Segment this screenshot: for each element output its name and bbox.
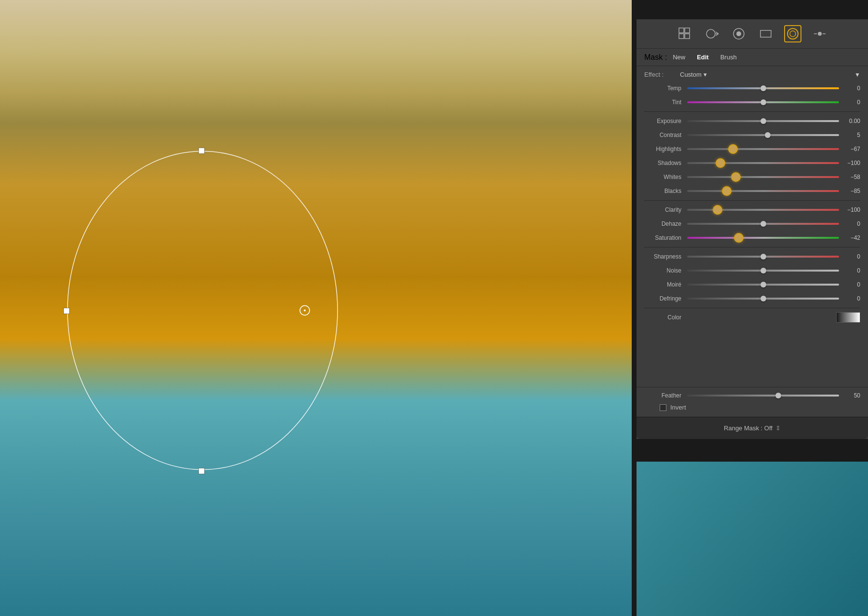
- tint-thumb[interactable]: [760, 99, 766, 105]
- noise-thumb[interactable]: [760, 268, 766, 274]
- defringe-thumb[interactable]: [760, 296, 766, 301]
- highlights-label: Highlights: [644, 146, 685, 152]
- invert-checkbox[interactable]: [660, 404, 666, 411]
- new-button[interactable]: New: [667, 53, 691, 62]
- svg-rect-2: [199, 468, 204, 474]
- whites-value: −58: [841, 174, 860, 180]
- contrast-track[interactable]: [687, 134, 839, 136]
- noise-slider-row: Noise 0: [644, 265, 860, 276]
- feather-label: Feather: [644, 392, 685, 399]
- exposure-slider-row: Exposure 0.00: [644, 116, 860, 126]
- saturation-label: Saturation: [644, 234, 685, 241]
- noise-label: Noise: [644, 267, 685, 274]
- sharpness-slider-row: Sharpness 0: [644, 251, 860, 262]
- invert-label: Invert: [670, 404, 686, 411]
- photo-area: [0, 0, 632, 616]
- brush-tool-icon[interactable]: [811, 25, 828, 42]
- feather-row: Feather 50: [644, 392, 860, 399]
- rect-tool-icon[interactable]: [757, 25, 774, 42]
- temp-value: 0: [841, 85, 860, 92]
- temp-slider-row: Temp 0: [644, 83, 860, 94]
- svg-point-10: [706, 29, 715, 38]
- highlights-track[interactable]: [687, 148, 839, 150]
- circle-arrow-tool-icon[interactable]: [703, 25, 720, 42]
- saturation-thumb[interactable]: [734, 233, 744, 243]
- effect-dropdown-arrow: ▾: [704, 71, 707, 78]
- highlights-track-bg: [687, 148, 839, 150]
- oval-gradient-tool-icon[interactable]: [784, 25, 801, 42]
- contrast-slider-row: Contrast 5: [644, 130, 860, 140]
- whites-thumb[interactable]: [731, 172, 741, 182]
- radial-ellipse-overlay: [0, 0, 632, 616]
- svg-point-13: [736, 31, 741, 36]
- defringe-value: 0: [841, 295, 860, 302]
- contrast-thumb[interactable]: [765, 132, 771, 138]
- saturation-track[interactable]: [687, 237, 839, 239]
- tint-track[interactable]: [687, 101, 839, 103]
- sharpness-value: 0: [841, 253, 860, 260]
- blacks-track[interactable]: [687, 190, 839, 192]
- dehaze-track[interactable]: [687, 223, 839, 225]
- sharpness-label: Sharpness: [644, 253, 685, 260]
- range-mask-arrow: ⇕: [775, 424, 781, 432]
- mask-header: Mask : New Edit Brush: [637, 49, 868, 66]
- shadows-track[interactable]: [687, 162, 839, 164]
- shadows-thumb[interactable]: [716, 158, 725, 168]
- shadows-track-bg: [687, 162, 839, 164]
- svg-rect-7: [685, 28, 690, 33]
- feather-track[interactable]: [687, 395, 839, 397]
- saturation-track-bg: [687, 237, 839, 239]
- color-label: Color: [644, 314, 685, 321]
- noise-track[interactable]: [687, 270, 839, 272]
- defringe-slider-row: Defringe 0: [644, 293, 860, 304]
- contrast-label: Contrast: [644, 132, 685, 138]
- svg-point-15: [787, 28, 798, 39]
- feather-track-bg: [687, 395, 839, 397]
- tint-label: Tint: [644, 99, 685, 106]
- shadows-label: Shadows: [644, 160, 685, 166]
- exposure-track[interactable]: [687, 120, 839, 122]
- sharpness-thumb[interactable]: [760, 254, 766, 260]
- moire-label: Moiré: [644, 281, 685, 288]
- moire-thumb[interactable]: [760, 282, 766, 287]
- divider-2: [644, 200, 860, 201]
- grid-tool-icon[interactable]: [676, 25, 693, 42]
- photo-canvas: [0, 0, 632, 616]
- whites-track[interactable]: [687, 176, 839, 178]
- noise-value: 0: [841, 267, 860, 274]
- defringe-track[interactable]: [687, 298, 839, 300]
- temp-thumb[interactable]: [760, 85, 766, 91]
- whites-label: Whites: [644, 174, 685, 180]
- radial-gradient-tool-icon[interactable]: [730, 25, 747, 42]
- brush-button[interactable]: Brush: [715, 53, 743, 62]
- shadows-slider-row: Shadows −100: [644, 158, 860, 168]
- svg-rect-6: [679, 28, 684, 33]
- dehaze-value: 0: [841, 220, 860, 227]
- range-mask-bar[interactable]: Range Mask : Off ⇕: [637, 417, 868, 439]
- color-swatch[interactable]: [836, 312, 860, 323]
- moire-value: 0: [841, 281, 860, 288]
- tint-value: 0: [841, 99, 860, 106]
- effect-dropdown[interactable]: Custom ▾: [680, 71, 707, 78]
- clarity-thumb[interactable]: [713, 205, 722, 215]
- blacks-thumb[interactable]: [722, 186, 732, 196]
- moire-track[interactable]: [687, 284, 839, 286]
- dehaze-label: Dehaze: [644, 220, 685, 227]
- blacks-value: −85: [841, 188, 860, 194]
- feather-thumb[interactable]: [775, 393, 781, 398]
- whites-track-bg: [687, 176, 839, 178]
- contrast-value: 5: [841, 132, 860, 138]
- temp-track[interactable]: [687, 87, 839, 89]
- svg-point-5: [304, 310, 306, 312]
- clarity-track[interactable]: [687, 209, 839, 211]
- clarity-value: −100: [841, 206, 860, 213]
- edit-button[interactable]: Edit: [691, 53, 715, 62]
- dehaze-thumb[interactable]: [760, 221, 766, 227]
- highlights-thumb[interactable]: [728, 144, 738, 154]
- sharpness-track[interactable]: [687, 256, 839, 258]
- moire-slider-row: Moiré 0: [644, 279, 860, 290]
- divider-4: [644, 308, 860, 308]
- svg-rect-1: [199, 148, 204, 154]
- exposure-label: Exposure: [644, 118, 685, 124]
- exposure-thumb[interactable]: [760, 118, 766, 124]
